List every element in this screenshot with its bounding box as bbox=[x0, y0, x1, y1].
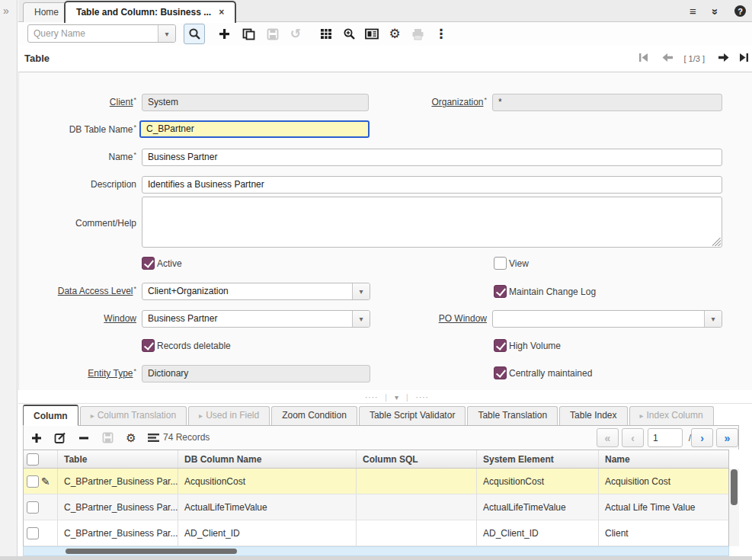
grid-row-selected[interactable]: ✎ C_BPartner_Business Par... AcqusitionC… bbox=[24, 469, 728, 494]
vertical-scroll-thumb[interactable] bbox=[731, 469, 738, 505]
maintain-change-log-checkbox[interactable] bbox=[494, 285, 507, 298]
page-last-button[interactable]: » bbox=[716, 428, 738, 447]
detail-tab-table-translation[interactable]: Table Translation bbox=[467, 406, 558, 425]
window-dropdown-icon[interactable]: ▾ bbox=[352, 311, 370, 327]
column-header-column-sql[interactable]: Column SQL bbox=[357, 450, 477, 468]
last-record-button[interactable] bbox=[739, 53, 749, 65]
copy-record-button[interactable] bbox=[238, 24, 259, 44]
po-window-combobox[interactable]: ▾ bbox=[492, 310, 722, 328]
grid-delete-button[interactable] bbox=[74, 428, 94, 447]
first-record-button[interactable] bbox=[638, 53, 648, 65]
cell-column-sql[interactable] bbox=[357, 520, 477, 546]
zoom-across-button[interactable] bbox=[338, 24, 360, 44]
data-access-level-dropdown-icon[interactable]: ▾ bbox=[352, 283, 370, 299]
active-checkbox[interactable] bbox=[142, 257, 155, 270]
detail-tab-table-script-validator[interactable]: Table Script Validator bbox=[359, 406, 466, 425]
grid-horizontal-scrollbar[interactable] bbox=[23, 546, 729, 556]
detail-tab-table-index[interactable]: Table Index bbox=[559, 406, 627, 425]
page-number-input[interactable] bbox=[648, 428, 683, 447]
db-table-name-field[interactable]: C_BPartner bbox=[139, 120, 370, 138]
grid-new-button[interactable] bbox=[27, 428, 46, 447]
column-header-table[interactable]: Table bbox=[58, 450, 178, 468]
previous-record-button[interactable] bbox=[662, 53, 674, 65]
records-deletable-checkbox[interactable] bbox=[142, 339, 155, 352]
menu-icon[interactable]: ≡ bbox=[690, 5, 696, 18]
grid-row[interactable]: C_BPartner_Business Par... AD_Client_ID … bbox=[24, 520, 728, 546]
column-header-system-element[interactable]: System Element bbox=[477, 450, 599, 468]
cell-db-column-name[interactable]: AcqusitionCost bbox=[178, 469, 357, 494]
row-checkbox[interactable] bbox=[27, 501, 39, 514]
grid-vertical-scrollbar[interactable] bbox=[729, 469, 739, 546]
report-button[interactable] bbox=[361, 24, 382, 44]
name-field[interactable]: Business Partner bbox=[142, 149, 722, 166]
more-actions-button[interactable]: ⋮ bbox=[430, 24, 452, 44]
centrally-maintained-checkbox[interactable] bbox=[494, 366, 507, 379]
cell-table[interactable]: C_BPartner_Business Par... bbox=[58, 520, 178, 546]
organization-label[interactable]: Organization* bbox=[385, 94, 487, 110]
view-checkbox[interactable] bbox=[494, 257, 507, 270]
cell-name[interactable]: Acquisition Cost bbox=[599, 469, 728, 494]
column-header-db-column-name[interactable]: DB Column Name bbox=[178, 450, 357, 468]
select-all-checkbox[interactable] bbox=[27, 453, 39, 466]
edit-row-icon[interactable]: ✎ bbox=[41, 475, 50, 488]
query-dropdown-icon[interactable]: ▾ bbox=[158, 25, 175, 42]
row-checkbox[interactable] bbox=[27, 527, 39, 539]
cell-system-element[interactable]: ActualLifeTimeValue bbox=[477, 494, 599, 520]
cell-table[interactable]: C_BPartner_Business Par... bbox=[58, 494, 178, 520]
grid-save-button[interactable] bbox=[98, 428, 117, 447]
undo-button[interactable]: ↺ bbox=[285, 24, 306, 44]
help-icon[interactable]: ? bbox=[734, 5, 746, 17]
detail-tab-index-column[interactable]: ▸Index Column bbox=[629, 406, 714, 425]
grid-toggle-button[interactable] bbox=[315, 24, 337, 44]
tab-table-and-column[interactable]: Table and Column: Business ...× bbox=[64, 1, 236, 23]
cell-table[interactable]: C_BPartner_Business Par... bbox=[58, 469, 178, 494]
row-checkbox[interactable] bbox=[27, 475, 39, 488]
next-record-button[interactable] bbox=[718, 53, 729, 65]
cell-system-element[interactable]: AcqusitionCost bbox=[477, 469, 599, 494]
column-header-name[interactable]: Name bbox=[599, 450, 728, 468]
grid-process-button[interactable]: ⚙ bbox=[121, 428, 141, 447]
cell-db-column-name[interactable]: ActualLifeTimeValue bbox=[178, 494, 357, 520]
grid-list-toggle-button[interactable] bbox=[143, 428, 163, 447]
cell-db-column-name[interactable]: AD_Client_ID bbox=[178, 520, 357, 546]
high-volume-checkbox[interactable] bbox=[494, 339, 507, 352]
po-window-label[interactable]: PO Window bbox=[385, 310, 487, 327]
cell-name[interactable]: Actual Life Time Value bbox=[599, 494, 728, 520]
window-combobox[interactable]: Business Partner ▾ bbox=[142, 310, 370, 328]
cell-system-element[interactable]: AD_Client_ID bbox=[477, 520, 599, 546]
po-window-dropdown-icon[interactable]: ▾ bbox=[704, 311, 722, 327]
chevron-double-down-icon[interactable]: » bbox=[709, 8, 722, 13]
grid-row[interactable]: C_BPartner_Business Par... ActualLifeTim… bbox=[24, 494, 728, 520]
tab-home[interactable]: Home bbox=[23, 2, 70, 22]
expand-sidebar-icon[interactable]: » bbox=[3, 5, 9, 17]
detail-tab-column-translation[interactable]: ▸Column Translation bbox=[80, 406, 187, 425]
detail-tab-column[interactable]: Column bbox=[23, 405, 78, 426]
splitter-collapse-icon[interactable]: ▾ bbox=[395, 393, 399, 402]
process-button[interactable]: ⚙ bbox=[384, 24, 405, 44]
query-name-input[interactable] bbox=[28, 25, 158, 42]
horizontal-scroll-thumb[interactable] bbox=[66, 549, 237, 554]
page-previous-button[interactable]: ‹ bbox=[622, 428, 644, 447]
find-record-button[interactable] bbox=[184, 24, 205, 44]
cell-column-sql[interactable] bbox=[357, 469, 477, 494]
textarea-resize-grip[interactable] bbox=[712, 238, 721, 246]
comment-help-field[interactable] bbox=[142, 197, 722, 248]
page-next-button[interactable]: › bbox=[691, 428, 713, 447]
data-access-level-combobox[interactable]: Client+Organization ▾ bbox=[142, 283, 370, 300]
cell-name[interactable]: Client bbox=[599, 520, 728, 546]
splitter-grip[interactable]: ···· | ▾ | ···· bbox=[365, 393, 429, 402]
cell-column-sql[interactable] bbox=[357, 494, 477, 520]
panel-splitter[interactable]: ···· | ▾ | ···· bbox=[18, 390, 752, 404]
data-access-level-label[interactable]: Data Access Level* bbox=[34, 283, 136, 299]
grid-edit-button[interactable] bbox=[50, 428, 70, 447]
close-tab-icon[interactable]: × bbox=[219, 7, 224, 18]
detail-tab-used-in-field[interactable]: ▸Used in Field bbox=[188, 406, 270, 425]
print-button[interactable] bbox=[407, 24, 428, 44]
window-label[interactable]: Window bbox=[34, 310, 136, 327]
description-field[interactable]: Identifies a Business Partner bbox=[142, 176, 722, 194]
entity-type-label[interactable]: Entity Type* bbox=[34, 365, 136, 382]
client-label[interactable]: Client* bbox=[34, 94, 136, 110]
new-record-button[interactable] bbox=[213, 24, 235, 44]
page-first-button[interactable]: « bbox=[597, 428, 619, 447]
save-button[interactable] bbox=[262, 24, 283, 44]
